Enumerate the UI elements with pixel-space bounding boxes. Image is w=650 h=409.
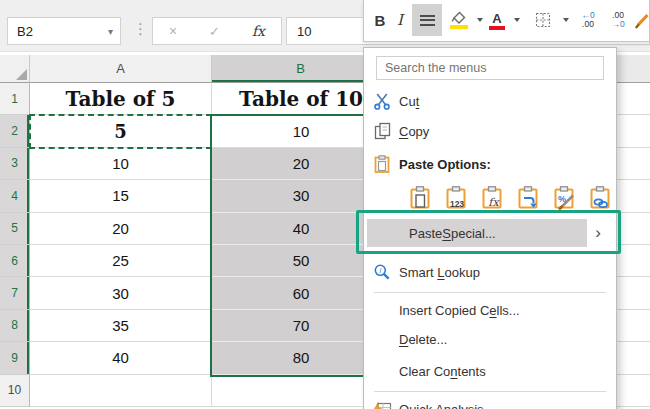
chevron-down-icon xyxy=(514,18,520,22)
search-input[interactable] xyxy=(376,56,604,80)
row-header-9[interactable]: 9 xyxy=(0,342,30,374)
paste-options-icon-row: 123 fx % xyxy=(408,185,612,213)
magnifier-icon: i xyxy=(365,263,399,281)
row-header-7[interactable]: 7 xyxy=(0,277,30,309)
enter-icon[interactable]: ✓ xyxy=(209,24,220,39)
paint-bucket-icon xyxy=(450,11,468,24)
paste-icon[interactable] xyxy=(408,185,432,213)
row-header-8[interactable]: 8 xyxy=(0,310,30,342)
row-header-5[interactable]: 5 xyxy=(0,213,30,245)
row-header-1[interactable]: 1 xyxy=(0,83,30,115)
menu-item-insert-copied-cells[interactable]: Insert Copied Cells... xyxy=(365,296,615,324)
name-box-cell-ref: B2 xyxy=(8,24,108,39)
font-color-button[interactable]: A xyxy=(486,4,508,36)
formula-value: 10 xyxy=(287,24,311,39)
cell-A9[interactable]: 40 xyxy=(30,342,212,374)
paste-transpose-icon[interactable] xyxy=(516,185,540,213)
cell-A6[interactable]: 25 xyxy=(30,245,212,277)
formula-bar-buttons: × ✓ fx xyxy=(152,17,282,45)
increase-decimal-button[interactable]: .00 →0 xyxy=(604,4,632,36)
submenu-arrow-icon[interactable]: › xyxy=(595,217,601,249)
borders-dropdown[interactable] xyxy=(560,4,572,36)
cell-A10[interactable] xyxy=(30,375,212,407)
fill-color-swatch xyxy=(450,25,468,29)
bold-button[interactable]: B xyxy=(370,4,390,36)
svg-text:123: 123 xyxy=(450,199,464,209)
row-header-4[interactable]: 4 xyxy=(0,180,30,212)
menu-item-cut[interactable]: Cut xyxy=(365,87,615,115)
context-menu: Cut Copy Paste Options: xyxy=(363,47,617,409)
name-box[interactable]: B2 ▾ xyxy=(7,17,121,45)
row-header-6[interactable]: 6 xyxy=(0,245,30,277)
select-all-corner[interactable] xyxy=(0,55,30,83)
copied-cell-marching-ants xyxy=(29,114,212,149)
font-color-letter: A xyxy=(492,11,501,26)
menu-item-paste-special[interactable]: Paste Special... › xyxy=(365,217,615,249)
decrease-decimal-button[interactable]: ←0 .00 xyxy=(574,4,602,36)
increase-decimal-icon: →0 xyxy=(611,20,624,29)
insert-function-icon[interactable]: fx xyxy=(252,23,265,39)
clipboard-icon xyxy=(365,155,399,173)
copy-icon xyxy=(365,122,399,140)
mini-toolbar: B I A ←0 .00 .00 →0 xyxy=(363,0,650,42)
align-center-button[interactable] xyxy=(412,4,442,36)
name-box-dropdown-icon[interactable]: ▾ xyxy=(108,26,120,37)
row-header-3[interactable]: 3 xyxy=(0,148,30,180)
cancel-icon[interactable]: × xyxy=(169,23,177,39)
paste-link-icon[interactable] xyxy=(588,185,612,213)
paste-formulas-icon[interactable]: fx xyxy=(480,185,504,213)
font-color-swatch xyxy=(489,26,505,30)
cell-A8[interactable]: 35 xyxy=(30,310,212,342)
excel-window: B2 ▾ ⋮ × ✓ fx 10 B I A xyxy=(0,0,650,409)
font-color-dropdown[interactable] xyxy=(511,4,523,36)
format-painter-icon xyxy=(634,12,650,29)
row-header-2[interactable]: 2 xyxy=(0,115,30,147)
menu-separator xyxy=(374,292,606,293)
paste-values-icon[interactable]: 123 xyxy=(444,185,468,213)
format-painter-button[interactable] xyxy=(632,4,650,36)
cell-A7[interactable]: 30 xyxy=(30,277,212,309)
column-header-a[interactable]: A xyxy=(30,55,212,83)
menu-item-clear-contents[interactable]: Clear Contents xyxy=(365,357,615,385)
scissors-icon xyxy=(365,93,399,110)
menu-item-delete[interactable]: Delete... xyxy=(365,325,615,353)
cell-A3[interactable]: 10 xyxy=(30,148,212,180)
quick-analysis-icon xyxy=(365,402,399,409)
menu-item-smart-lookup[interactable]: i Smart Lookup xyxy=(365,258,615,286)
chevron-down-icon xyxy=(563,18,569,22)
cell-A1[interactable]: Table of 5 xyxy=(30,83,212,115)
menu-separator xyxy=(374,391,606,392)
row-header-10[interactable]: 10 xyxy=(0,375,30,407)
menu-item-copy[interactable]: Copy xyxy=(365,117,615,145)
fill-color-dropdown[interactable] xyxy=(474,4,486,36)
cell-A5[interactable]: 20 xyxy=(30,213,212,245)
cell-A4[interactable]: 15 xyxy=(30,180,212,212)
paste-formatting-icon[interactable]: % xyxy=(552,185,576,213)
italic-button[interactable]: I xyxy=(392,4,408,36)
borders-icon xyxy=(535,12,551,28)
svg-text:fx: fx xyxy=(488,196,500,209)
menu-item-quick-analysis[interactable]: Quick Analysis xyxy=(365,395,615,409)
borders-button[interactable] xyxy=(528,4,558,36)
formula-bar-resizer-icon[interactable]: ⋮ xyxy=(133,20,148,38)
chevron-down-icon xyxy=(477,18,483,22)
fill-color-button[interactable] xyxy=(446,4,472,36)
menu-item-paste-options: Paste Options: xyxy=(365,150,615,178)
